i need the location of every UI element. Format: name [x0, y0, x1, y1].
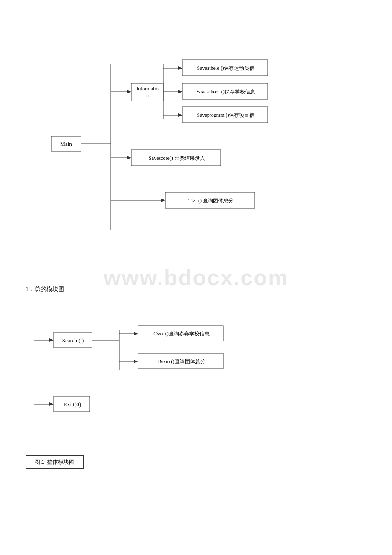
bottom-diagram-svg: Search ( ) Csxx ()查询参赛学校信息 Bsxm ()查询团体总分… [0, 306, 392, 451]
svg-text:Saveprogram  ()保存项目信: Saveprogram ()保存项目信 [197, 112, 255, 118]
bottom-diagram-area: Search ( ) Csxx ()查询参赛学校信息 Bsxm ()查询团体总分… [0, 306, 392, 451]
top-diagram-svg: Main Informatio n Saveathele ()保存运动员信 [0, 17, 392, 281]
svg-text:Informatio: Informatio [136, 86, 158, 92]
svg-text:Bsxm ()查询团体总分: Bsxm ()查询团体总分 [158, 358, 205, 364]
svg-text:Saveathele  ()保存运动员信: Saveathele ()保存运动员信 [197, 65, 255, 71]
svg-marker-27 [161, 199, 165, 202]
svg-marker-11 [178, 66, 182, 70]
svg-text:Main: Main [60, 141, 72, 147]
svg-marker-15 [178, 90, 182, 93]
svg-text:Saveschool ()保存学校信息: Saveschool ()保存学校信息 [196, 89, 255, 95]
page-container: www.bdocx.com Main Informatio n [0, 0, 392, 555]
figure-caption: 图１ 整体模块图 [26, 455, 84, 469]
svg-text:Savescore()  比赛结果录入: Savescore() 比赛结果录入 [149, 155, 205, 161]
svg-text:n: n [146, 92, 149, 98]
svg-marker-23 [127, 156, 131, 159]
svg-marker-45 [49, 402, 54, 406]
svg-marker-31 [49, 338, 54, 342]
svg-text:Search ( ): Search ( ) [62, 337, 84, 344]
svg-marker-41 [134, 360, 138, 363]
top-diagram-area: Main Informatio n Saveathele ()保存运动员信 [0, 17, 392, 281]
svg-text:Csxx ()查询参赛学校信息: Csxx ()查询参赛学校信息 [153, 331, 210, 337]
svg-text:Ttzf ()  查询团体总分: Ttzf () 查询团体总分 [188, 198, 233, 204]
svg-marker-5 [127, 90, 131, 93]
section-label: 1．总的模块图 [26, 286, 392, 293]
svg-marker-19 [178, 113, 182, 117]
svg-text:Exi t(0): Exi t(0) [64, 401, 81, 408]
svg-marker-37 [134, 332, 138, 335]
